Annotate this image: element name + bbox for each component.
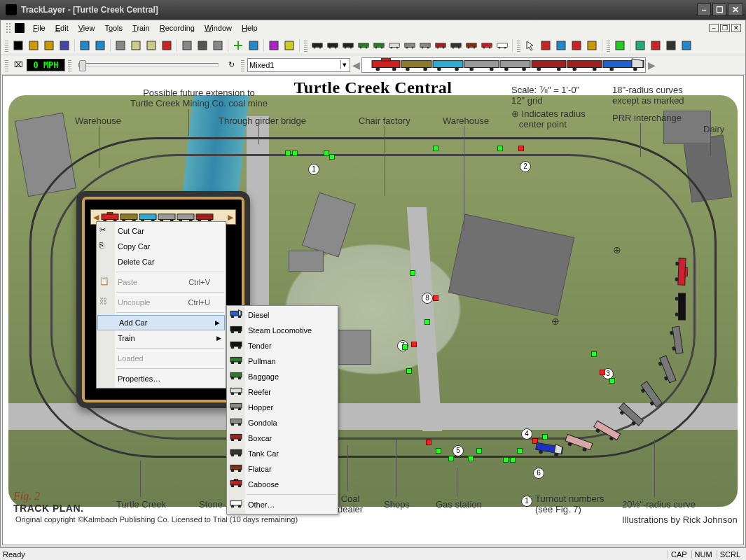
arrow-icon[interactable] [523,38,537,52]
throttle-car[interactable] [139,212,157,222]
open-icon[interactable] [27,38,41,52]
preview-icon[interactable] [180,38,194,52]
ontrack-car[interactable] [674,293,688,321]
new-doc-icon[interactable] [11,38,25,52]
track-seg-icon[interactable] [247,38,261,52]
mdi-close-button[interactable]: ✕ [731,24,741,32]
erase-icon[interactable] [569,38,583,52]
maximize-button[interactable]: ☐ [712,4,726,16]
ctx-delete[interactable]: Delete Car [97,254,226,270]
copy-icon[interactable] [129,38,143,52]
build-icon[interactable] [585,38,599,52]
car-icon[interactable] [403,38,417,52]
trackplan-view[interactable]: Turtle Creek Central Possible future ext… [2,75,744,545]
redo-icon[interactable] [93,38,107,52]
train-select[interactable]: Mixed1 ▾ [247,58,350,72]
led-icon[interactable] [613,38,627,52]
open2-icon[interactable] [42,38,56,52]
throttle-car[interactable] [158,212,176,222]
addcar-flatcar[interactable]: Flatcar [227,461,338,477]
consist-car[interactable] [602,59,644,71]
notes-icon[interactable] [282,38,296,52]
menu-view[interactable]: View [74,22,99,34]
addcar-tender[interactable]: Tender [227,338,338,354]
print-icon[interactable] [195,38,209,52]
addcar-reefer[interactable]: Reefer [227,384,338,400]
consist-car[interactable] [432,59,464,71]
menu-tools[interactable]: Tools [100,22,127,34]
edit-track-icon[interactable] [539,38,553,52]
mdi-restore-button[interactable]: ❐ [720,24,730,32]
consist-car[interactable] [401,59,432,71]
car-icon[interactable] [387,38,401,52]
ctx-copy[interactable]: ⎘Copy Car [97,239,226,254]
car-icon[interactable] [434,38,448,52]
addcar-baggage[interactable]: Baggage [227,369,338,384]
loco-icon[interactable] [326,38,340,52]
plus-icon[interactable] [231,38,245,52]
consist-car[interactable] [567,59,602,71]
throttle-car[interactable] [195,212,214,222]
doc-icon[interactable] [15,23,25,33]
flat-icon[interactable] [464,38,478,52]
context-menu-addcar[interactable]: Diesel Steam Locomotive Tender Pullman B… [226,305,338,514]
mdi-min-button[interactable]: – [709,24,719,32]
dcc-display-icon[interactable]: ⌧ [11,58,25,72]
menu-help[interactable]: Help [237,22,262,34]
context-menu-car[interactable]: ✂Cut Car⎘Copy CarDelete Car📋PasteCtrl+V⛓… [96,221,226,388]
menubar-handle[interactable] [6,23,11,33]
cut-icon[interactable] [113,38,127,52]
marker-icon[interactable] [554,38,568,52]
addcar-caboose[interactable]: Caboose [227,477,338,492]
ctx-cut[interactable]: ✂Cut Car [97,223,226,239]
consist-next[interactable]: ▶ [647,59,656,71]
throttle-car[interactable] [101,212,119,222]
car-icon[interactable] [310,38,324,52]
cab-icon[interactable] [480,38,494,52]
find-icon[interactable] [211,38,225,52]
throttle-car[interactable] [177,212,195,222]
consist-car[interactable] [371,59,401,71]
addcar-diesel[interactable]: Diesel [227,307,338,323]
addcar-pullman[interactable]: Pullman [227,354,338,369]
del-icon[interactable] [160,38,174,52]
menu-file[interactable]: File [29,22,50,34]
slider-end-icon[interactable]: ↻ [224,58,238,72]
throttle-slider[interactable] [78,63,219,67]
menu-window[interactable]: Window [200,22,236,34]
addcar-hopper[interactable]: Hopper [227,400,338,415]
grid2-icon[interactable] [649,38,663,52]
car-icon[interactable] [372,38,386,52]
save-icon[interactable] [57,38,71,52]
menu-recording[interactable]: Recording [156,22,199,34]
addcar-other[interactable]: Other… [227,497,338,512]
ctx-train[interactable]: Train▶ [97,330,226,346]
close-button[interactable]: ✕ [728,4,743,16]
tender-icon[interactable] [341,38,355,52]
ontrack-car[interactable] [673,258,688,286]
addcar-steam[interactable]: Steam Locomotive [227,323,338,338]
grid1-icon[interactable] [633,38,647,52]
consist-car[interactable] [499,59,531,71]
zoom-icon[interactable] [679,38,693,52]
grid3-icon[interactable] [664,38,678,52]
addcar-gondola[interactable]: Gondola [227,415,338,430]
paste-icon[interactable] [144,38,158,52]
book-icon[interactable] [267,38,281,52]
addcar-tankcar[interactable]: Tank Car [227,446,338,461]
throttle-car[interactable] [120,212,138,222]
undo-icon[interactable] [78,38,92,52]
ctx-addcar[interactable]: Add Car▶ [97,315,225,330]
tank-icon[interactable] [449,38,463,52]
other-icon[interactable] [495,38,509,52]
minimize-button[interactable]: – [697,4,711,16]
menu-edit[interactable]: Edit [51,22,73,34]
consist-car[interactable] [531,59,567,71]
consist-prev[interactable]: ◀ [352,59,360,71]
consist-car[interactable] [464,59,499,71]
addcar-boxcar[interactable]: Boxcar [227,430,338,446]
menu-train[interactable]: Train [128,22,154,34]
car-icon[interactable] [357,38,371,52]
car-icon[interactable] [418,38,432,52]
ctx-props[interactable]: Properties… [97,371,226,386]
